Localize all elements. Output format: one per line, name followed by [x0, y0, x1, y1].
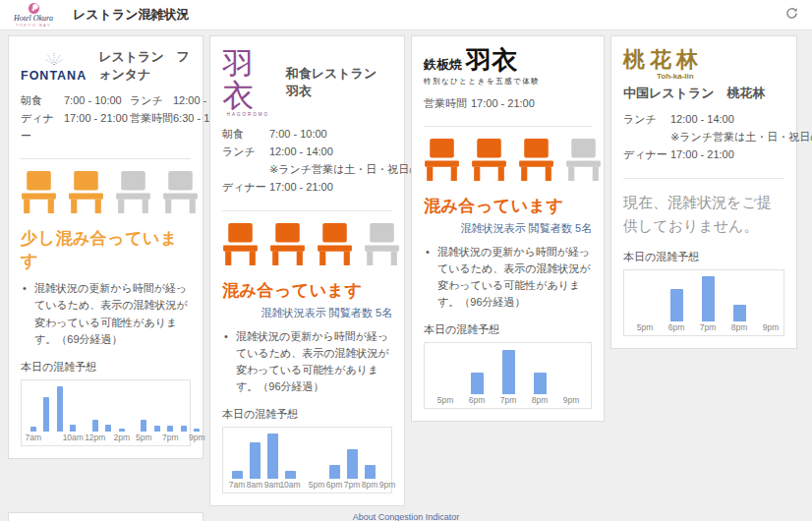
fontana-logo-text: FONTANA [21, 69, 87, 83]
chart-group: 5pm7pm9pm [138, 420, 204, 443]
hours-pair: ※ランチ営業は土・日・祝日のみ [623, 128, 812, 145]
page-title: レストラン混雑状況 [73, 6, 190, 24]
chart-group: 7am10am [27, 386, 80, 443]
chair-icon [269, 223, 306, 271]
hours-label: ディナー [222, 178, 269, 196]
chart-bar [57, 386, 63, 432]
chart-x-label: 8am [247, 479, 263, 491]
chart-x-label: 6pm [469, 394, 486, 406]
hours-label: ディナー [623, 145, 670, 163]
chart-bar [702, 276, 715, 321]
congestion-notice-list: 混雑状況の更新から時間が経っているため、表示の混雑状況が変わっている可能性があり… [222, 328, 392, 395]
chart-slot: 6pm [461, 373, 493, 406]
restaurant-cards-container: FONTANAレストラン フォンタナ朝食7:00 - 10:00ランチ12:00… [0, 30, 812, 521]
opening-hours: 営業時間17:00 - 21:00 [424, 94, 592, 112]
chart-bar [534, 373, 547, 394]
restaurant-title: 中国レストラン 桃花林 [623, 85, 784, 102]
hours-label: ディナー [21, 109, 64, 145]
occupancy-chairs [222, 223, 392, 271]
chart-bar [733, 305, 746, 321]
chart-bar [105, 425, 111, 432]
hours-pair: ランチ12:00 - 14:00 [222, 143, 333, 160]
chart-bar [329, 465, 340, 479]
chart-slot: 9pm [191, 429, 204, 443]
chart-x-label: 9pm [379, 479, 396, 491]
hours-value: 7:00 - 10:00 [64, 91, 130, 109]
teppanyaki-tagline: 特別なひとときを五感で体験 [424, 77, 592, 87]
restaurant-card-terrace: Terraceカフェレストラン テラス営業時間7:00 - 10:00営業時間外… [8, 512, 203, 521]
chair-icon [162, 171, 199, 219]
chart-x-label: 9am [264, 479, 281, 491]
chart-bar [365, 465, 376, 479]
hours-value: 12:00 - 14:00 [269, 143, 333, 160]
fontana-logo: FONTANA [21, 50, 87, 83]
forecast-title: 本日の混雑予想 [222, 407, 392, 422]
chart-slot: 7pm [343, 449, 361, 491]
chart-group: 5pm6pm7pm8pm9pm [629, 276, 786, 333]
hours-row: ランチ12:00 - 14:00 [222, 143, 392, 160]
congestion-status-text: 混み合っています [222, 279, 392, 302]
hours-pair: ランチ12:00 - 14:00 [623, 110, 734, 128]
chart-bar [181, 426, 187, 432]
hagoromo-logo-text: 羽衣 [222, 48, 274, 111]
opening-hours: ランチ12:00 - 14:00※ランチ営業は土・日・祝日のみディナー17:00… [623, 110, 784, 163]
chair-icon [565, 139, 602, 187]
okura-logo-script: Hotel Okura [14, 15, 53, 23]
hours-value: ※ランチ営業は土・日・祝日のみ [670, 128, 812, 145]
restaurant-card-teppanyaki: 鉄板焼羽衣特別なひとときを五感で体験営業時間17:00 - 21:00混み合って… [411, 35, 605, 422]
hours-pair: 営業時間17:00 - 21:00 [424, 94, 535, 112]
hours-value: 17:00 - 21:00 [471, 94, 535, 112]
hours-label [623, 128, 670, 145]
refresh-button[interactable] [783, 5, 800, 25]
chair-icon [424, 139, 460, 187]
chair-icon [222, 223, 259, 271]
forecast-chart: 5pm6pm7pm8pm9pm [623, 269, 784, 336]
chart-x-label: 5pm [309, 479, 325, 491]
opening-hours: 朝食7:00 - 10:00ランチ12:00 - 14:00ディナー17:00 … [21, 91, 191, 145]
section-divider [623, 178, 784, 179]
chart-x-label: 7am [229, 479, 246, 491]
chart-slot: 9pm [755, 321, 786, 333]
chair-icon [21, 171, 57, 219]
chart-group: 5pm6pm7pm8pm9pm [430, 350, 587, 406]
forecast-title: 本日の混雑予想 [623, 250, 784, 264]
chart-x-label: 2pm [113, 432, 130, 443]
hours-label: ランチ [623, 110, 670, 128]
congestion-status-text: 混み合っています [424, 195, 592, 217]
chart-x-label: 9pm [763, 321, 780, 333]
chart-slot: 5pm [430, 394, 461, 406]
about-congestion-indicator-link[interactable]: About Congestion Indicator [353, 512, 460, 521]
chart-x-label: 6pm [668, 321, 685, 333]
hours-value: 12:00 - 14:00 [670, 110, 734, 128]
hours-value: 17:00 - 21:00 [64, 109, 130, 145]
chart-bar [670, 289, 683, 321]
chart-slot: 5pm [138, 420, 151, 443]
chart-x-label: 9pm [189, 432, 205, 443]
forecast-title: 本日の混雑予想 [21, 360, 191, 375]
chart-slot: 8pm [361, 465, 378, 491]
chart-x-label: 5pm [437, 394, 454, 406]
congestion-notice: 混雑状況の更新から時間が経っているため、表示の混雑状況が変わっている可能性があり… [222, 328, 392, 395]
chart-slot: 2pm [115, 429, 129, 443]
chart-x-label: 10am [63, 432, 84, 443]
hours-row: ランチ12:00 - 14:00 [623, 110, 784, 128]
chart-x-label: 7pm [500, 394, 517, 406]
chart-bar [154, 426, 160, 432]
hours-row: ※ランチ営業は土・日・祝日のみ [222, 160, 392, 178]
chart-bar [92, 420, 98, 432]
teppanyaki-logo-prefix: 鉄板焼 [424, 56, 462, 74]
hours-value: 17:00 - 21:00 [670, 145, 734, 163]
occupancy-chairs [424, 139, 592, 187]
chart-x-label: 7pm [344, 479, 361, 491]
chart-x-label: 9pm [563, 394, 580, 406]
chart-bar [502, 350, 515, 394]
forecast-chart: 7am10am12pm2pm5pm7pm9pm [21, 379, 191, 446]
viewer-count: 混雑状況表示 閲覧者数 5名 [222, 306, 392, 320]
hours-row: ディナー17:00 - 21:00営業時間6:30 - 10:00 [21, 109, 191, 145]
hagoromo-logo: 羽衣HAGOROMO [222, 48, 274, 117]
card-header-row: 羽衣HAGOROMO和食レストラン 羽衣 [222, 48, 392, 117]
hours-label: 朝食 [222, 125, 269, 143]
hours-pair: 朝食7:00 - 10:00 [222, 125, 327, 143]
chart-slot: 12pm [88, 420, 102, 443]
hours-pair: 朝食7:00 - 10:00 [21, 91, 130, 109]
